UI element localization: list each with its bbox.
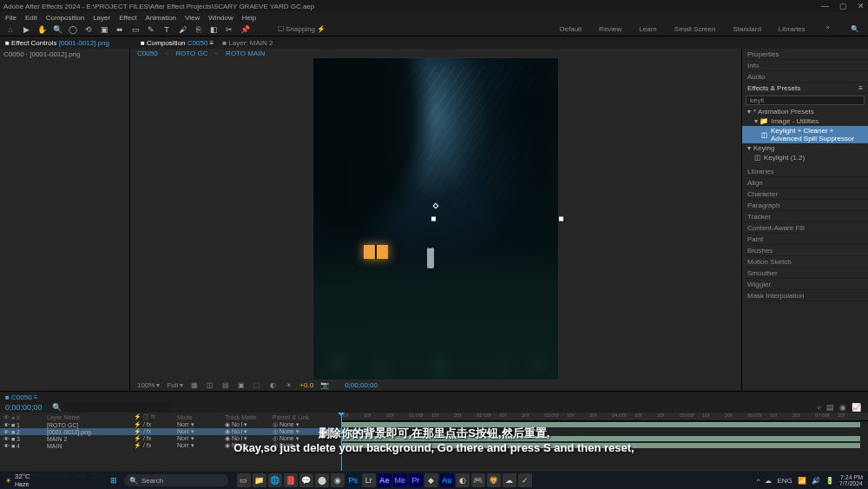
workspace-learn[interactable]: Learn [635, 23, 660, 35]
panel-mask-interp[interactable]: Mask Interpolation [742, 290, 868, 301]
motion-blur-icon[interactable]: ◉ [839, 403, 846, 412]
reset-exposure-icon[interactable]: ◐ [268, 381, 277, 389]
transform-handle-left[interactable] [431, 217, 436, 221]
pan-behind-tool[interactable]: ⬌ [115, 24, 125, 35]
panel-brushes[interactable]: Brushes [742, 245, 868, 256]
taskbar-app-brave[interactable]: 🦁 [487, 473, 501, 487]
tray-cloud-icon[interactable]: ☁ [765, 477, 772, 485]
workspace-libraries[interactable]: Libraries [775, 23, 809, 35]
composition-viewer[interactable] [130, 58, 741, 380]
menu-view[interactable]: View [185, 14, 200, 22]
tree-image-utilities[interactable]: ▾ 📁 Image - Utilities [742, 116, 868, 126]
resolution-dropdown[interactable]: Full ▾ [167, 381, 183, 389]
workspace-small[interactable]: Small Screen [671, 23, 720, 35]
snapping-label[interactable]: ☐ Snapping ⚡ [278, 25, 326, 33]
effect-controls-tab[interactable]: ■ Effect Controls [0001-0012].png [5, 39, 109, 47]
taskbar-app-whatsapp[interactable]: 💬 [299, 473, 313, 487]
taskbar-app-fl[interactable]: ◆ [424, 473, 438, 487]
layer-row[interactable]: 👁 ■ 4 MAIN⚡ / fxNorr ▾◉ No l ▾◎ None ▾ [0, 442, 341, 449]
shy-toggle-icon[interactable]: ⟐ [817, 403, 821, 412]
roto-tool[interactable]: ✂ [224, 24, 234, 35]
tree-keylight-preset[interactable]: ◫ Keylight + Cleaner + Advanced Spill Su… [742, 126, 868, 143]
shape-tool[interactable]: ▭ [130, 24, 141, 35]
timeline-track[interactable] [341, 428, 868, 435]
breadcrumb-roto-gc[interactable]: ROTO GC [175, 50, 207, 57]
taskbar-app-reader[interactable]: 📕 [284, 473, 298, 487]
taskbar-app-edge[interactable]: 🌐 [268, 473, 282, 487]
layer-row[interactable]: 👁 ■ 2 [0001-0012].png⚡ / fxNorr ▾◉ No l … [0, 428, 341, 435]
taskbar-app-photoshop[interactable]: Ps [346, 473, 360, 487]
composition-tab[interactable]: ■ Composition C0050 ≡ [141, 39, 214, 47]
eraser-tool[interactable]: ◧ [208, 24, 219, 35]
timeline-track[interactable] [341, 442, 868, 449]
taskbar-app-obs[interactable]: ◉ [331, 473, 345, 487]
search-help-icon[interactable]: 🔍 [847, 23, 863, 35]
hand-tool[interactable]: ✋ [36, 24, 47, 35]
tree-animation-presets[interactable]: ▾ * Animation Presets [742, 107, 868, 116]
channel-icon[interactable]: ⬚ [253, 381, 261, 389]
orbit-tool[interactable]: ◯ [68, 24, 78, 35]
puppet-tool[interactable]: 📌 [240, 24, 250, 35]
menu-edit[interactable]: Edit [25, 14, 37, 22]
tray-battery-icon[interactable]: 🔋 [825, 477, 834, 485]
snapshot-icon[interactable]: 📷 [320, 381, 329, 389]
brush-tool[interactable]: 🖌 [177, 24, 187, 35]
pen-tool[interactable]: ✎ [146, 24, 156, 35]
panel-libraries[interactable]: Libraries [742, 166, 868, 177]
panel-properties[interactable]: Properties [742, 49, 868, 60]
panel-tracker[interactable]: Tracker [742, 211, 868, 222]
workspace-review[interactable]: Review [595, 23, 625, 35]
taskbar-app-premiere[interactable]: Pr [409, 473, 423, 487]
layer-tab[interactable]: ■ Layer: MAIN 2 [222, 39, 273, 47]
timeline-track[interactable] [341, 421, 868, 428]
taskbar-app-discord[interactable]: 🎮 [471, 473, 485, 487]
taskbar-weather[interactable]: ☀ 32°CHaze [5, 472, 30, 488]
menu-animation[interactable]: Animation [145, 14, 176, 22]
menu-effect[interactable]: Effect [119, 14, 136, 22]
guides-icon[interactable]: ▤ [221, 381, 230, 389]
breadcrumb-roto-main[interactable]: ROTO MAIN [226, 50, 265, 57]
panel-motion-sketch[interactable]: Motion Sketch [742, 256, 868, 268]
frame-blend-icon[interactable]: ▤ [826, 403, 834, 412]
safe-zones-icon[interactable]: ▣ [237, 381, 246, 389]
tray-wifi-icon[interactable]: 📶 [798, 477, 806, 485]
taskbar-app-davinci[interactable]: ◐ [456, 473, 470, 487]
menu-composition[interactable]: Composition [46, 14, 84, 22]
menu-layer[interactable]: Layer [93, 14, 110, 22]
system-tray[interactable]: ^ ☁ ENG 📶 🔊 🔋 7:24 PM7/7/2024 [757, 474, 863, 486]
taskbar-search[interactable]: 🔍 Search [124, 474, 228, 486]
panel-content-aware[interactable]: Content-Aware Fill [742, 222, 868, 234]
workspace-default[interactable]: Default [556, 23, 585, 35]
taskbar-app-ccloud[interactable]: ☁ [503, 473, 516, 487]
transparency-grid-icon[interactable]: ▦ [190, 381, 199, 389]
timeline-search[interactable] [65, 403, 169, 412]
timeline-search-icon[interactable]: 🔍 [52, 403, 62, 412]
zoom-tool[interactable]: 🔍 [52, 24, 62, 35]
panel-audio[interactable]: Audio [742, 71, 868, 83]
layer-row[interactable]: 👁 ■ 3 MAIN 2⚡ / fxNorr ▾◉ No l ▾◎ None ▾ [0, 435, 341, 442]
timeline-timecode[interactable]: 0;00;00;00 [0, 403, 52, 412]
panel-effects-presets[interactable]: Effects & Presets≡ [742, 83, 868, 94]
transform-handle-right[interactable] [559, 217, 563, 221]
mask-toggle-icon[interactable]: ◫ [206, 381, 214, 389]
taskbar-app-lightroom[interactable]: Lr [362, 473, 376, 487]
canvas[interactable] [313, 58, 558, 380]
panel-align[interactable]: Align [742, 177, 868, 188]
zoom-dropdown[interactable]: 100% ▾ [137, 381, 160, 389]
current-time[interactable]: 0;00;00;00 [345, 381, 378, 389]
timeline-comp-tab[interactable]: ■ C0050 ≡ [5, 393, 38, 401]
taskbar-app-chrome[interactable]: ⬤ [315, 473, 329, 487]
start-button[interactable]: ⊞ [107, 473, 121, 487]
taskbar-app-aftereffects[interactable]: Ae [378, 473, 391, 487]
panel-paragraph[interactable]: Paragraph [742, 200, 868, 211]
camera-tool[interactable]: ▣ [99, 24, 109, 35]
menu-window[interactable]: Window [208, 14, 233, 22]
workspace-standard[interactable]: Standard [729, 23, 764, 35]
tray-chevron-icon[interactable]: ^ [757, 477, 760, 485]
graph-editor-icon[interactable]: 📈 [852, 403, 861, 412]
timeline-track[interactable] [341, 435, 868, 442]
menu-help[interactable]: Help [242, 14, 256, 22]
taskbar-app-audition[interactable]: Au [440, 473, 454, 487]
type-tool[interactable]: T [161, 24, 172, 35]
panel-character[interactable]: Character [742, 188, 868, 200]
